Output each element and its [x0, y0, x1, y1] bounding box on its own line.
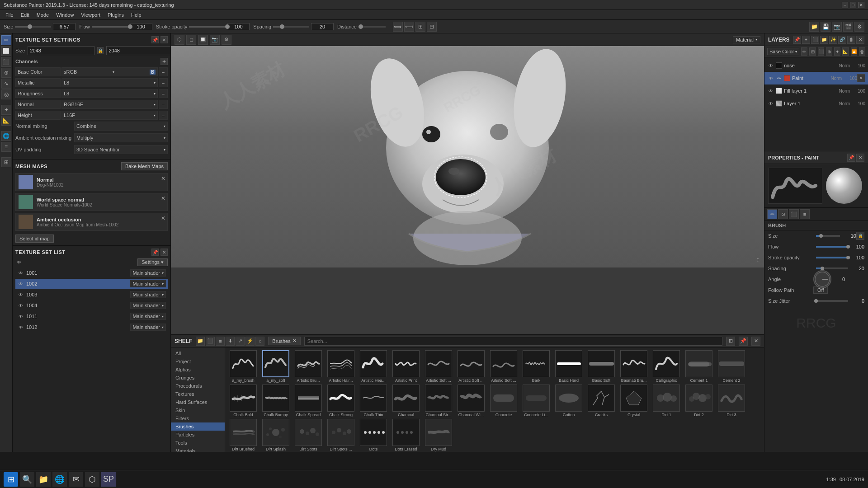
brush-basic-hard[interactable]: Basic Hard [553, 350, 584, 383]
menu-help[interactable]: Help [127, 11, 145, 19]
channel-type-base-color[interactable]: sRGB ▾B [61, 67, 158, 76]
layer-tool[interactable]: ≡ [1, 142, 11, 152]
brush-artistic-hair[interactable]: Artistic Hair... [326, 350, 356, 383]
blend-icon7[interactable]: 🔼 [851, 47, 857, 56]
delete-layer-btn[interactable]: 🗑 [847, 36, 855, 44]
link-layers-btn[interactable]: 🔗 [838, 36, 846, 44]
layer-paint-close[interactable]: ✕ [857, 74, 865, 82]
channel-type-metallic[interactable]: L8 ▾ [61, 78, 158, 87]
mesh-map-close-world[interactable]: ✕ [161, 195, 165, 202]
pick-tool[interactable]: ✦ [1, 105, 11, 115]
stroke-opacity-slider[interactable] [189, 26, 225, 28]
menu-mode[interactable]: Mode [33, 11, 53, 19]
uv-padding-select[interactable]: 3D Space Neighbor ▾ [74, 145, 168, 154]
tsl-pin-btn[interactable]: 📌 [151, 249, 159, 256]
channel-type-height[interactable]: L16F ▾ [61, 111, 158, 120]
stroke-opacity-value[interactable]: 100 [227, 23, 250, 30]
taskbar-mail[interactable]: ✉ [69, 472, 83, 487]
tsl-eye-1011[interactable]: 👁 [17, 313, 24, 320]
shelf-sidebar-materials[interactable]: Materials [171, 447, 225, 452]
taskbar-files[interactable]: 📁 [36, 472, 51, 487]
render-btn[interactable]: 🎬 [843, 22, 853, 32]
size-slider[interactable] [15, 26, 51, 28]
layer-eye-paint[interactable]: 👁 [767, 75, 774, 82]
tsl-item-1011[interactable]: 👁 1011 Main shader ▾ [15, 311, 168, 321]
menu-file[interactable]: File [2, 11, 17, 19]
tsl-shader-1003[interactable]: Main shader ▾ [130, 291, 166, 298]
folder-btn[interactable]: 📁 [809, 22, 819, 32]
taskbar-chrome[interactable]: 🌐 [52, 472, 67, 487]
normal-mixing-select[interactable]: Combine ▾ [74, 122, 168, 131]
brush-artistic-bru[interactable]: Artistic Bru... [293, 350, 324, 383]
brush-concrete[interactable]: Concrete [488, 385, 519, 417]
ao-mixing-select[interactable]: Multiply ▾ [74, 133, 168, 142]
tsl-shader-1011[interactable]: Main shader ▾ [130, 313, 166, 320]
brush-crystal[interactable]: Crystal [618, 385, 649, 417]
start-button[interactable]: ⊞ [4, 472, 18, 487]
layer-eye-fill1[interactable]: 👁 [767, 87, 774, 94]
minimize-button[interactable]: – [842, 2, 848, 8]
shelf-sidebar-all[interactable]: All [171, 349, 225, 357]
brush-dots[interactable]: Dots [358, 419, 389, 451]
props-tool-2[interactable]: ⊙ [778, 209, 788, 219]
shelf-sidebar-textures[interactable]: Textures [171, 390, 225, 398]
add-paint-layer-btn[interactable]: + [802, 36, 810, 44]
blend-icon6[interactable]: 📐 [842, 47, 849, 56]
vp-btn-4[interactable]: 📷 [210, 35, 220, 45]
brush-size-lock[interactable]: 🔒 [856, 232, 864, 240]
blend-icon4[interactable]: ⊕ [826, 47, 832, 56]
tsl-eye-1004[interactable]: 👁 [17, 302, 24, 309]
channel-remove-height[interactable]: – [159, 111, 168, 120]
brush-calligraphic[interactable]: Calligraphic [651, 350, 682, 383]
spacing-slider[interactable] [273, 26, 309, 28]
brush-chalk-thin[interactable]: Chalk Thin [358, 385, 389, 417]
maximize-button[interactable]: □ [850, 2, 856, 8]
brush-dots-erased[interactable]: Dots Erased [391, 419, 421, 451]
symmetry-btn[interactable]: ⊞ [415, 22, 425, 32]
brush-dirt1[interactable]: Dirt 1 [651, 385, 682, 417]
brush-artistic-soft2[interactable]: Artistic Soft ... [456, 350, 486, 383]
brush-artistic-soft3[interactable]: Artistic Soft ... [488, 350, 519, 383]
taskbar-3d[interactable]: ⬡ [85, 472, 99, 487]
brush-charcoal-wi[interactable]: Charcoal Wi... [456, 385, 486, 417]
blend-icon3[interactable]: ⬛ [818, 47, 824, 56]
layer-eye-nose[interactable]: 👁 [767, 62, 774, 69]
mirror-btn[interactable]: ⊟ [427, 22, 437, 32]
layer-eye-layer1[interactable]: 👁 [767, 100, 774, 107]
shelf-sidebar-grunges[interactable]: Grunges [171, 374, 225, 382]
brush-size-jitter-slider[interactable] [816, 300, 848, 302]
shelf-sidebar-procedurals[interactable]: Procedurals [171, 382, 225, 390]
brush-dirt-brushed[interactable]: Dirt Brushed [228, 419, 259, 451]
tsl-item-1003[interactable]: 👁 1003 Main shader ▾ [15, 290, 168, 300]
camera-btn[interactable]: 📷 [832, 22, 842, 32]
size-value[interactable]: 6.57 [53, 23, 75, 30]
shelf-sidebar-alphas[interactable]: Alphas [171, 366, 225, 374]
brush-charcoal[interactable]: Charcoal [391, 385, 421, 417]
tsl-shader-1004[interactable]: Main shader ▾ [130, 302, 166, 309]
props-tool-paint[interactable]: ✏ [767, 209, 777, 219]
tsl-eye-1012[interactable]: 👁 [17, 324, 24, 331]
shelf-list-btn[interactable]: ≡ [216, 337, 225, 346]
layer-paint[interactable]: 👁 ✏ Paint Norm 100 ✕ [764, 72, 868, 84]
brush-charcoal-str[interactable]: Charcoal Str... [423, 385, 454, 417]
brush-stroke-opacity-slider[interactable] [816, 257, 848, 258]
blend-icon5[interactable]: ✦ [834, 47, 840, 56]
mesh-map-close-ao[interactable]: ✕ [161, 215, 165, 221]
flow-value[interactable]: 100 [130, 23, 152, 30]
brush-spacing-slider[interactable] [816, 267, 848, 269]
brush-chalk-spread[interactable]: Chalk Spread [293, 385, 324, 417]
brush-chalk-bumpy[interactable]: Chalk Bumpy [260, 385, 291, 417]
layer-fill-1[interactable]: 👁 Fill layer 1 Norm 100 [764, 84, 868, 97]
channel-type-normal[interactable]: RGB16F ▾ [61, 100, 158, 109]
shelf-gridview-btn[interactable]: ⊞ [726, 337, 735, 346]
taskbar-search[interactable]: 🔍 [20, 472, 34, 487]
ts-pin-btn[interactable]: 📌 [151, 36, 159, 43]
shelf-sidebar-tools[interactable]: Tools [171, 439, 225, 447]
bake-mesh-maps-btn[interactable]: Bake Mesh Maps [121, 162, 168, 170]
brush-artistic-hea[interactable]: Artistic Hea... [358, 350, 389, 383]
layer-nose[interactable]: 👁 nose Norm 100 [764, 59, 868, 72]
brush-dirt-spots2[interactable]: Dirt Spots ... [326, 419, 356, 451]
shelf-grid-btn[interactable]: ⬛ [206, 337, 215, 346]
fill-tool[interactable]: ⬛ [1, 57, 11, 67]
blend-icon8[interactable]: 🗑 [859, 47, 865, 56]
